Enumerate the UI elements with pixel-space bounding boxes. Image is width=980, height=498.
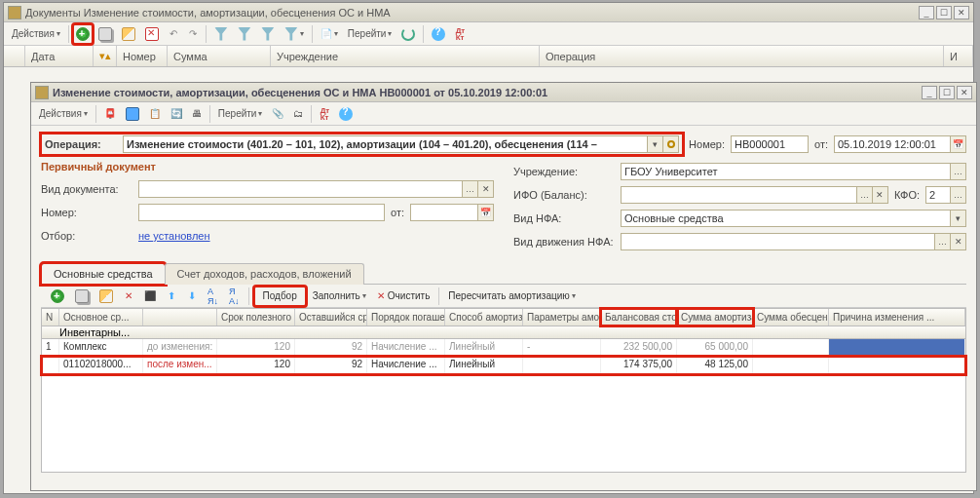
print-button[interactable]: 🖶 — [188, 104, 206, 124]
doc-type-field[interactable] — [138, 180, 463, 198]
copy-icon — [98, 27, 112, 41]
help2-button[interactable] — [335, 104, 357, 124]
col-amort[interactable]: Сумма амортизации — [677, 309, 753, 326]
row-del-button[interactable]: ✕ — [120, 287, 137, 306]
col-status[interactable] — [143, 309, 217, 326]
dtkt-button[interactable]: ДтКт — [451, 24, 469, 44]
row-copy-button[interactable] — [71, 287, 93, 306]
move-label: Вид движения НФА: — [513, 236, 621, 248]
op-search-button[interactable] — [663, 135, 679, 153]
outer-min-button[interactable]: _ — [919, 6, 934, 19]
inner-max-button[interactable]: ☐ — [939, 86, 955, 99]
col-ost[interactable]: Оставшийся срок — [295, 309, 367, 326]
filter3-button[interactable] — [257, 24, 279, 44]
org-select-button[interactable]: … — [951, 163, 966, 180]
move-field[interactable] — [621, 233, 935, 250]
outer-max-button[interactable]: ☐ — [936, 6, 952, 19]
ifo-field[interactable] — [621, 186, 857, 204]
save2-button[interactable]: 📋 — [145, 104, 165, 124]
move-select-button[interactable]: … — [935, 233, 951, 250]
col-por[interactable]: Порядок погашения ... — [367, 309, 445, 326]
col-i[interactable]: И — [944, 46, 973, 66]
col-sposob[interactable]: Способ амортизации — [445, 309, 523, 326]
ifo-select-button[interactable]: … — [857, 186, 873, 204]
col-reason[interactable]: Причина изменения ... — [829, 309, 965, 326]
outer-toolbar: Действия ↶ ↷ 📄 Перейти ДтКт — [4, 22, 973, 46]
filter2-button[interactable] — [234, 24, 255, 44]
tab-accounts[interactable]: Счет доходов, расходов, вложений — [165, 263, 364, 285]
inner-close-button[interactable]: ✕ — [957, 86, 972, 99]
goto-menu[interactable]: Перейти — [344, 24, 396, 44]
delete-button[interactable] — [141, 24, 163, 44]
help-button[interactable] — [428, 24, 449, 44]
col-inv[interactable]: Инвентарны... — [59, 326, 143, 338]
operation-field[interactable] — [123, 135, 648, 153]
op-dropdown-button[interactable]: ▾ — [648, 135, 663, 153]
inner-title: Изменение стоимости, амортизации, обесце… — [53, 87, 918, 98]
next-button[interactable]: ↷ — [184, 24, 202, 44]
tab-main-assets[interactable]: Основные средства — [41, 263, 166, 285]
col-srok[interactable]: Срок полезного ... — [217, 309, 295, 326]
outer-actions-menu[interactable]: Действия — [8, 24, 64, 44]
filter1-button[interactable] — [210, 24, 232, 44]
refresh-button[interactable] — [397, 24, 419, 44]
row-up-button[interactable]: ⬆ — [163, 287, 180, 306]
tree-button[interactable]: 🗂 — [289, 104, 307, 124]
col-param[interactable]: Параметры амортизации — [523, 309, 601, 326]
attach-button[interactable]: 📎 — [268, 104, 287, 124]
sub-toolbar: ✕ ⬛ ⬆ ⬇ AЯ↓ ЯA↓ Подбор Заполнить ✕Очисти… — [41, 285, 966, 308]
row-add-button[interactable] — [47, 287, 68, 306]
sort-desc-button[interactable]: ЯA↓ — [225, 287, 244, 306]
col-balance[interactable]: Балансовая стоимость — [601, 309, 677, 326]
nfa-field[interactable] — [621, 210, 951, 227]
org-field[interactable] — [621, 163, 951, 180]
date-field[interactable] — [834, 135, 951, 153]
cancel-post-button[interactable]: 🔄 — [167, 104, 186, 124]
doc-type-clear-button[interactable]: ✕ — [478, 180, 494, 198]
col-op[interactable]: Операция — [540, 46, 944, 66]
doc-type-label: Вид документа: — [41, 183, 138, 195]
number-field[interactable] — [731, 135, 809, 153]
move-clear-button[interactable]: ✕ — [951, 233, 966, 250]
col-org[interactable]: Учреждение — [271, 46, 540, 66]
table-row[interactable]: 01102018000... после измен... 120 92 Нач… — [42, 357, 965, 374]
fill-button[interactable]: Заполнить — [309, 287, 370, 306]
table-row[interactable]: 1 Комплекс до изменения: 120 92 Начислен… — [42, 339, 965, 357]
col-obes[interactable]: Сумма обесценения — [753, 309, 829, 326]
add-button[interactable] — [73, 24, 93, 44]
row-edit-button[interactable] — [95, 287, 117, 306]
inner-min-button[interactable]: _ — [922, 86, 937, 99]
post-button[interactable]: 📮 — [100, 104, 120, 124]
edit-button[interactable] — [118, 24, 139, 44]
goto2-menu[interactable]: Перейти — [214, 104, 267, 124]
outer-close-button[interactable]: ✕ — [954, 6, 969, 19]
clear-button[interactable]: ✕Очистить — [373, 287, 434, 306]
ifo-clear-button[interactable]: ✕ — [873, 186, 888, 204]
col-sum[interactable]: Сумма — [168, 46, 271, 66]
doc-type-select-button[interactable]: … — [463, 180, 478, 198]
col-date[interactable]: Дата — [25, 46, 94, 66]
row-end-button[interactable]: ⬛ — [140, 287, 160, 306]
doc-date-picker-button[interactable]: 📅 — [478, 204, 494, 221]
col-asset[interactable]: Основное ср... — [59, 309, 143, 326]
sort-asc-button[interactable]: AЯ↓ — [204, 287, 222, 306]
nfa-dropdown-button[interactable]: ▾ — [951, 210, 966, 227]
extra-button[interactable]: 📄 — [317, 24, 342, 44]
kfo-field[interactable] — [925, 186, 951, 204]
copy-button[interactable] — [94, 24, 116, 44]
doc-date-field[interactable] — [410, 204, 478, 221]
col-n[interactable]: N — [42, 309, 59, 326]
filter-link[interactable]: не установлен — [138, 230, 210, 242]
prev-button[interactable]: ↶ — [165, 24, 182, 44]
inner-actions-menu[interactable]: Действия — [35, 104, 92, 124]
filter-menu-button[interactable] — [281, 24, 308, 44]
row-down-button[interactable]: ⬇ — [183, 287, 201, 306]
date-picker-button[interactable]: 📅 — [951, 135, 966, 153]
col-number[interactable]: Номер — [117, 46, 168, 66]
kfo-select-button[interactable]: … — [951, 186, 966, 204]
recalc-button[interactable]: Пересчитать амортизацию — [444, 287, 579, 306]
dtkt2-button[interactable]: ДтКт — [316, 104, 333, 124]
save-button[interactable] — [122, 104, 143, 124]
select-button[interactable]: Подбор — [254, 287, 306, 306]
doc-number-field[interactable] — [138, 204, 385, 221]
